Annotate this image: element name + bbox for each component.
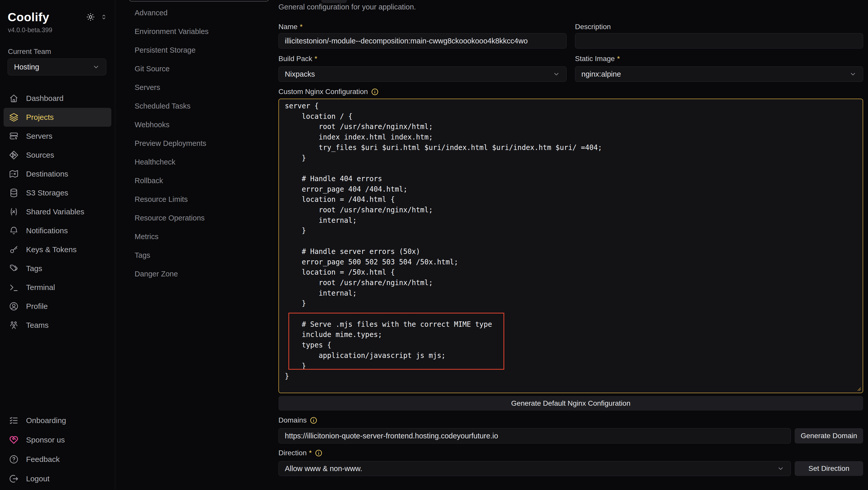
sidebar-item-s3-storages[interactable]: S3 Storages [4, 183, 112, 202]
info-icon[interactable] [315, 449, 322, 457]
key-icon [9, 244, 19, 255]
sidebar-item-dashboard[interactable]: Dashboard [4, 89, 112, 108]
submenu-item-advanced[interactable]: Advanced [115, 4, 278, 22]
sidebar: Coolify v4.0.0-beta.399 Current Team Hos… [0, 0, 115, 490]
build-pack-label: Build Pack* [278, 55, 566, 63]
name-label: Name* [278, 23, 566, 31]
heart-icon [9, 435, 19, 445]
submenu-item-webhooks[interactable]: Webhooks [115, 116, 278, 134]
submenu-item-git-source[interactable]: Git Source [115, 60, 278, 78]
scrolled-element-partial [321, 0, 347, 3]
info-icon[interactable] [371, 88, 379, 96]
chevron-down-icon [92, 63, 100, 71]
sidebar-item-onboarding[interactable]: Onboarding [4, 411, 112, 430]
submenu-item-persistent-storage[interactable]: Persistent Storage [115, 41, 278, 60]
custom-nginx-label: Custom Nginx Configuration [278, 87, 863, 96]
sidebar-item-notifications[interactable]: Notifications [4, 221, 112, 240]
submenu-item-resource-operations[interactable]: Resource Operations [115, 209, 278, 227]
static-image-label: Static Image* [575, 55, 863, 63]
description-label: Description [575, 23, 863, 31]
static-image-select[interactable]: nginx:alpine [575, 66, 863, 82]
nginx-config-editor[interactable]: server { location / { root /usr/share/ng… [278, 99, 863, 393]
sidebar-item-projects[interactable]: Projects [4, 108, 112, 127]
domains-label: Domains [278, 416, 863, 425]
help-circle-icon [9, 454, 19, 464]
settings-submenu: Advanced Environment Variables Persisten… [115, 0, 278, 490]
sidebar-item-logout[interactable]: Logout [4, 469, 112, 488]
red-annotation-box [288, 313, 504, 370]
required-asterisk: * [617, 55, 620, 63]
chevron-down-icon [849, 70, 857, 78]
required-asterisk: * [309, 449, 312, 457]
submenu-item-rollback[interactable]: Rollback [115, 172, 278, 190]
resize-handle[interactable] [856, 386, 862, 392]
layers-icon [9, 112, 19, 122]
submenu-item-preview-deployments[interactable]: Preview Deployments [115, 134, 278, 153]
submenu-item-danger-zone[interactable]: Danger Zone [115, 265, 278, 283]
general-configuration-panel: General configuration for your applicati… [278, 0, 863, 476]
direction-label: Direction* [278, 448, 863, 458]
required-asterisk: * [314, 55, 317, 63]
sidebar-footer-nav: Onboarding Sponsor us Feedback Logout [4, 411, 112, 488]
variable-icon [9, 207, 19, 217]
submenu-item-scheduled-tasks[interactable]: Scheduled Tasks [115, 97, 278, 116]
sidebar-collapse-control[interactable] [100, 13, 107, 21]
terminal-icon [9, 282, 19, 293]
sidebar-item-sponsor-us[interactable]: Sponsor us [4, 430, 112, 450]
logout-icon [9, 473, 19, 484]
name-input[interactable] [278, 33, 566, 49]
sidebar-item-sources[interactable]: Sources [4, 146, 112, 164]
chevron-down-icon [777, 465, 784, 472]
submenu-item-healthcheck[interactable]: Healthcheck [115, 153, 278, 172]
submenu-item-servers[interactable]: Servers [115, 78, 278, 97]
sidebar-item-feedback[interactable]: Feedback [4, 450, 112, 469]
chevrons-up-down-icon [100, 13, 107, 21]
submenu-item-resource-limits[interactable]: Resource Limits [115, 190, 278, 209]
team-select[interactable]: Hosting [8, 59, 106, 75]
direction-select[interactable]: Allow www & non-www. [278, 461, 791, 476]
checklist-icon [9, 416, 19, 426]
sidebar-item-shared-variables[interactable]: Shared Variables [4, 202, 112, 221]
map-icon [9, 169, 19, 179]
sidebar-nav: Dashboard Projects Servers Sources Desti… [4, 89, 112, 335]
domains-input[interactable] [278, 428, 791, 443]
git-source-icon [9, 150, 19, 160]
submenu-item-metrics[interactable]: Metrics [115, 227, 278, 246]
tags-icon [9, 264, 19, 274]
description-input[interactable] [575, 33, 863, 49]
theme-toggle-button[interactable] [86, 12, 95, 22]
users-icon [9, 320, 19, 330]
submenu-item-environment-variables[interactable]: Environment Variables [115, 22, 278, 41]
info-icon[interactable] [310, 417, 317, 424]
sun-icon [86, 12, 95, 22]
page-subtitle: General configuration for your applicati… [278, 2, 863, 12]
sidebar-item-servers[interactable]: Servers [4, 127, 112, 146]
chevron-down-icon [553, 70, 560, 78]
sidebar-item-terminal[interactable]: Terminal [4, 278, 112, 297]
sidebar-item-destinations[interactable]: Destinations [4, 164, 112, 183]
current-team-label: Current Team [8, 48, 51, 56]
app-version: v4.0.0-beta.399 [8, 26, 52, 34]
server-icon [9, 131, 19, 141]
sidebar-item-profile[interactable]: Profile [4, 297, 112, 316]
database-icon [9, 188, 19, 198]
sidebar-item-keys-tokens[interactable]: Keys & Tokens [4, 240, 112, 259]
generate-default-nginx-button[interactable]: Generate Default Nginx Configuration [278, 396, 863, 410]
app-logo: Coolify [8, 10, 49, 24]
submenu-active-item-partial [129, 0, 269, 2]
bell-icon [9, 225, 19, 236]
set-direction-button[interactable]: Set Direction [795, 461, 863, 476]
build-pack-select[interactable]: Nixpacks [278, 66, 566, 82]
home-icon [9, 93, 19, 103]
user-circle-icon [9, 301, 19, 311]
sidebar-item-tags[interactable]: Tags [4, 259, 112, 278]
submenu-item-tags[interactable]: Tags [115, 246, 278, 265]
sidebar-item-teams[interactable]: Teams [4, 316, 112, 335]
generate-domain-button[interactable]: Generate Domain [795, 428, 863, 443]
required-asterisk: * [300, 23, 303, 31]
